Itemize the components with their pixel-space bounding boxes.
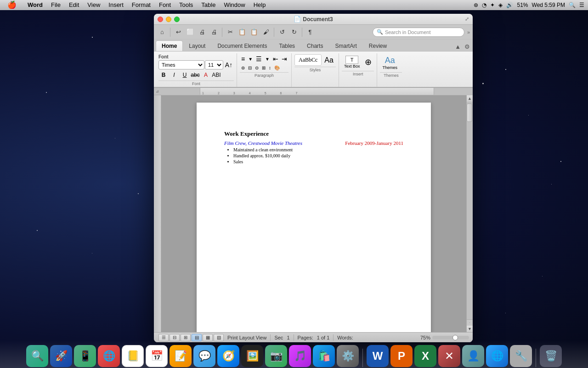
- justify-btn[interactable]: ⊞: [260, 64, 267, 71]
- dock-calendar[interactable]: 📅: [146, 345, 168, 367]
- align-right-btn[interactable]: ⊝: [254, 64, 260, 71]
- minimize-button[interactable]: [166, 17, 171, 22]
- undo-btn[interactable]: ↩: [173, 27, 184, 38]
- menubar-format[interactable]: Format: [128, 0, 154, 10]
- align-center-btn[interactable]: ⊟: [247, 64, 253, 71]
- print-preview-btn[interactable]: 🖨: [197, 27, 208, 38]
- menubar-file[interactable]: File: [47, 0, 64, 10]
- cut-btn[interactable]: ✂: [225, 27, 236, 38]
- dock-apps[interactable]: 📱: [74, 345, 96, 367]
- status-sep-2: [294, 334, 294, 341]
- menubar-tools[interactable]: Tools: [175, 0, 197, 10]
- zoom-thumb[interactable]: [452, 335, 458, 340]
- tab-tables[interactable]: Tables: [273, 40, 301, 51]
- tab-charts[interactable]: Charts: [301, 40, 329, 51]
- dock-crossover[interactable]: ✕: [438, 345, 460, 367]
- indent-left-btn[interactable]: ⇤: [271, 54, 280, 63]
- dock-safari[interactable]: 🧭: [217, 345, 239, 367]
- ribbon-collapse-btn[interactable]: ▲: [454, 42, 462, 51]
- strikethrough-button[interactable]: abc: [190, 70, 200, 80]
- dock-utilities[interactable]: 🔧: [510, 345, 532, 367]
- format-painter-btn[interactable]: 🖌: [260, 27, 271, 38]
- dock-systemprefs[interactable]: ⚙️: [337, 345, 359, 367]
- menubar-table[interactable]: Table: [198, 0, 219, 10]
- dock-chrome[interactable]: 🌐: [98, 345, 120, 367]
- tab-document-elements[interactable]: Document Elements: [211, 40, 273, 51]
- doc-page[interactable]: Work Experience Film Crew, Crestwood Mov…: [197, 103, 431, 332]
- menubar-font[interactable]: Font: [155, 0, 175, 10]
- dock-photos[interactable]: 🖼️: [241, 345, 263, 367]
- undo2-btn[interactable]: ↺: [277, 27, 288, 38]
- menubar-view[interactable]: View: [84, 0, 104, 10]
- paste-btn[interactable]: 📋: [249, 27, 260, 38]
- italic-button[interactable]: I: [169, 70, 179, 80]
- align-dropdown-btn[interactable]: ▼: [247, 56, 254, 63]
- shading-btn[interactable]: 🎨: [273, 64, 281, 71]
- styles-gallery-btn[interactable]: AaBbCc: [294, 54, 322, 66]
- copy-btn[interactable]: 📋: [237, 27, 248, 38]
- dock-word[interactable]: W: [367, 345, 389, 367]
- pilcrow-btn[interactable]: ¶: [305, 27, 316, 38]
- dock-powerpoint[interactable]: P: [390, 345, 413, 367]
- menubar-help[interactable]: Help: [250, 0, 270, 10]
- print-btn[interactable]: 🖨: [209, 27, 220, 38]
- list-btn[interactable]: ☰: [254, 54, 263, 63]
- ribbon-settings-btn[interactable]: ⚙: [464, 42, 471, 51]
- tab-smartart[interactable]: SmartArt: [329, 40, 362, 51]
- themes-btn[interactable]: Aa Themes: [380, 54, 400, 71]
- redo-btn[interactable]: ⬜: [185, 27, 196, 38]
- scroll-down-btn[interactable]: ▼: [467, 326, 473, 332]
- tab-review[interactable]: Review: [363, 40, 393, 51]
- font-name-select[interactable]: Times: [158, 60, 204, 69]
- traffic-lights: [158, 17, 180, 22]
- menubar-search-icon[interactable]: 🔍: [569, 2, 576, 8]
- scroll-split[interactable]: ·: [467, 319, 473, 326]
- dock-trash[interactable]: 🗑️: [540, 345, 562, 367]
- toolbar-sep-4: [302, 28, 302, 37]
- redo2-btn[interactable]: ↻: [288, 27, 300, 38]
- underline-button[interactable]: U: [180, 70, 190, 80]
- font-color-button[interactable]: A: [201, 70, 211, 80]
- textbox-btn[interactable]: T Text Box: [342, 54, 362, 70]
- font-size-select[interactable]: 11: [205, 60, 223, 69]
- tab-home[interactable]: Home: [156, 40, 183, 51]
- styles-more-btn[interactable]: Aa: [322, 55, 336, 66]
- doc-scroll[interactable]: Work Experience Film Crew, Crestwood Mov…: [161, 95, 466, 332]
- tab-layout[interactable]: Layout: [183, 40, 211, 51]
- dock-contacts[interactable]: 👤: [462, 345, 484, 367]
- dock-messages[interactable]: 💬: [193, 345, 215, 367]
- dock-launchpad[interactable]: 🚀: [50, 345, 72, 367]
- shapes-btn[interactable]: ⊕: [362, 56, 374, 69]
- scroll-track[interactable]: [467, 102, 473, 319]
- search-box[interactable]: 🔍 Search in Document: [373, 28, 464, 37]
- align-left-btn[interactable]: ≡: [240, 54, 246, 63]
- menubar-window[interactable]: Window: [220, 0, 249, 10]
- dock-finder[interactable]: 🔍: [26, 345, 48, 367]
- dock-web[interactable]: 🌐: [486, 345, 508, 367]
- dock-iphoto[interactable]: 📷: [265, 345, 287, 367]
- dock-addressbook[interactable]: 📒: [122, 345, 144, 367]
- dock-appstore[interactable]: 🛍️: [313, 345, 335, 367]
- dock-itunes[interactable]: 🎵: [289, 345, 311, 367]
- menubar-word[interactable]: Word: [24, 0, 46, 10]
- maximize-button[interactable]: [174, 17, 180, 22]
- line-spacing-btn[interactable]: ↕: [267, 64, 272, 71]
- scroll-thumb[interactable]: [467, 104, 472, 122]
- menubar-edit[interactable]: Edit: [65, 0, 83, 10]
- align-left2-btn[interactable]: ⊜: [240, 64, 246, 71]
- bold-button[interactable]: B: [158, 70, 169, 80]
- font-grow-btn[interactable]: A↑: [224, 60, 234, 69]
- list-dropdown-btn[interactable]: ▼: [264, 56, 271, 63]
- dock-excel[interactable]: X: [414, 345, 436, 367]
- toolbar-expand-btn[interactable]: »: [467, 29, 470, 35]
- expand-button[interactable]: ⤢: [465, 16, 469, 22]
- dock-notes[interactable]: 📝: [170, 345, 192, 367]
- zoom-slider[interactable]: [432, 336, 469, 339]
- indent-right-btn[interactable]: ⇥: [280, 54, 288, 63]
- menubar-insert[interactable]: Insert: [105, 0, 127, 10]
- home-toolbar-btn[interactable]: ⌂: [157, 27, 168, 38]
- apple-menu[interactable]: 🍎: [4, 0, 20, 10]
- close-button[interactable]: [158, 17, 163, 22]
- highlight-button[interactable]: ABI: [211, 70, 221, 80]
- scroll-up-btn[interactable]: ▲: [467, 95, 473, 102]
